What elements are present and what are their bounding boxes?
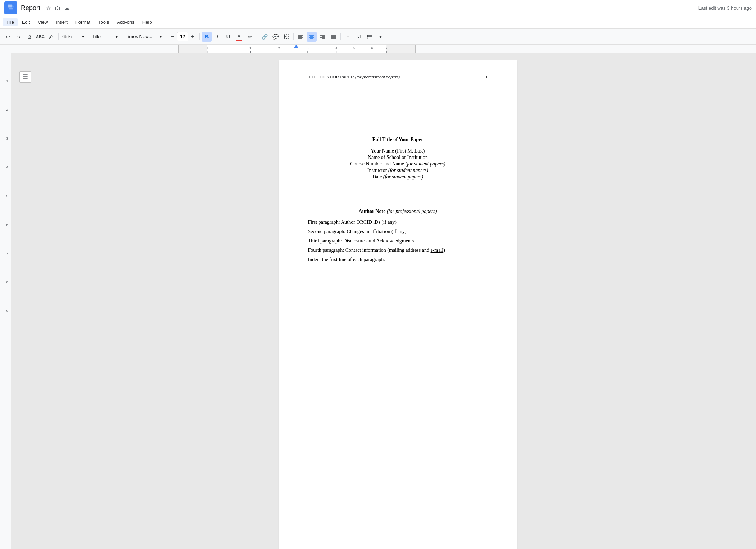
date-text: Date [372,174,382,180]
instructor-line[interactable]: Instructor (for student papers) [308,168,488,173]
para4-post: ) [443,248,445,253]
zoom-chevron-icon: ▾ [82,34,84,39]
menu-view[interactable]: View [34,18,51,26]
highlight-button[interactable]: ✏ [245,32,255,42]
toolbar-sep-2 [88,33,88,40]
toolbar-sep-7 [293,33,294,40]
undo-button[interactable]: ↩ [3,32,13,42]
sidebar-left: ☰ [11,53,40,549]
institution-line[interactable]: Name of School or Institution [308,155,488,160]
svg-text:1: 1 [6,79,8,83]
font-color-icon: A [237,34,240,39]
zoom-select[interactable]: 65% ▾ [61,33,86,40]
italic-button[interactable]: I [212,32,223,42]
date-suffix: (for student papers) [383,174,423,180]
main-area: 1 2 3 4 5 6 7 8 9 ☰ TITLE OF YOUR PAPER … [0,53,756,549]
svg-rect-32 [386,45,415,53]
author-note-label: Author Note [359,209,386,214]
font-size-increase-button[interactable]: + [188,32,197,42]
author-note-para-2[interactable]: Second paragraph: Changes in affiliation… [308,229,488,235]
spellcheck-button[interactable]: ABC [35,32,45,42]
menu-format[interactable]: Format [72,18,94,26]
title-bar: Report ☆ 🗂 ☁ Last edit was 3 hours ago [0,0,756,16]
cloud-icon[interactable]: ☁ [64,5,70,12]
last-edit-status: Last edit was 3 hours ago [698,5,752,11]
underline-button[interactable]: U [223,32,233,42]
align-center-button[interactable] [307,32,317,42]
menu-insert[interactable]: Insert [52,18,71,26]
header-title-text: TITLE OF YOUR PAPER [308,75,354,79]
font-color-button[interactable]: A [234,32,244,42]
line-spacing-button[interactable]: ↕ [343,32,353,42]
toolbar-sep-8 [340,33,341,40]
font-value: Times New... [125,34,152,39]
title-icons: ☆ 🗂 ☁ [46,5,70,12]
page-number: 1 [485,75,487,79]
print-button[interactable]: 🖨 [24,32,35,42]
image-button[interactable]: 🖼 [281,32,291,42]
paint-format-button[interactable]: 🖌 [46,32,56,42]
align-justify-button[interactable] [328,32,338,42]
author-note-para-5[interactable]: Indent the first line of each paragraph. [308,257,488,263]
style-select[interactable]: Title ▾ [91,33,119,40]
svg-text:7: 7 [6,252,8,255]
svg-text:5: 5 [6,194,8,198]
redo-button[interactable]: ↪ [14,32,24,42]
author-note-para-1[interactable]: First paragraph: Author ORCID iDs (if an… [308,219,488,225]
menu-tools[interactable]: Tools [95,18,113,26]
font-select[interactable]: Times New... ▾ [124,33,164,40]
font-size-area: − + [168,32,197,42]
ruler-left-margin [0,45,178,53]
date-line[interactable]: Date (for student papers) [308,174,488,180]
folder-icon[interactable]: 🗂 [55,5,60,11]
doc-full-title[interactable]: Full Title of Your Paper [308,137,488,142]
svg-text:6: 6 [6,223,8,227]
svg-text:4: 4 [6,165,8,169]
bullets-button[interactable] [365,32,375,42]
instructor-text: Instructor [367,168,387,173]
menu-file[interactable]: File [3,18,18,26]
document-title[interactable]: Report [21,4,40,12]
ruler: | 1 1 2 3 4 5 6 7 [0,45,756,53]
font-color-indicator [236,40,242,41]
outline-icon[interactable]: ☰ [19,71,31,83]
menu-addons[interactable]: Add-ons [113,18,138,26]
author-name-line[interactable]: Your Name (First M. Last) [308,148,488,154]
svg-text:1: 1 [206,47,208,50]
align-right-button[interactable] [317,32,327,42]
course-text: Course Number and Name [350,161,404,167]
left-panel: 1 2 3 4 5 6 7 8 9 [0,53,11,549]
more-options-button[interactable]: ▾ [375,32,385,42]
font-size-decrease-button[interactable]: − [168,32,177,42]
link-button[interactable]: 🔗 [260,32,270,42]
font-chevron-icon: ▾ [160,34,162,39]
svg-point-25 [367,36,368,37]
menu-bar: File Edit View Insert Format Tools Add-o… [0,16,756,29]
bold-button[interactable]: B [202,32,212,42]
font-size-input[interactable] [177,32,188,41]
checklist-button[interactable]: ☑ [354,32,364,42]
course-line[interactable]: Course Number and Name (for student pape… [308,161,488,167]
header-title: TITLE OF YOUR PAPER (for professional pa… [308,75,400,79]
svg-text:5: 5 [353,47,355,50]
instructor-suffix: (for student papers) [388,168,428,173]
menu-help[interactable]: Help [139,18,156,26]
svg-text:7: 7 [386,47,388,50]
svg-text:3: 3 [6,137,8,140]
svg-text:|: | [196,47,196,51]
toolbar-sep-6 [257,33,257,40]
menu-edit[interactable]: Edit [18,18,33,26]
ruler-track: | 1 1 2 3 4 5 6 7 [178,45,416,53]
align-left-button[interactable] [296,32,306,42]
svg-text:8: 8 [6,281,8,284]
svg-rect-52 [0,53,11,549]
comment-button[interactable]: 💬 [270,32,280,42]
author-note-para-4[interactable]: Fourth paragraph: Contact information (m… [308,248,488,253]
author-note-para-3[interactable]: Third paragraph: Disclosures and Acknowl… [308,238,488,244]
para4-email-link[interactable]: e-mail [430,248,443,253]
svg-text:3: 3 [307,47,308,50]
svg-point-23 [367,35,368,36]
svg-text:2: 2 [278,47,280,50]
svg-rect-6 [9,10,12,10]
star-icon[interactable]: ☆ [46,5,51,12]
